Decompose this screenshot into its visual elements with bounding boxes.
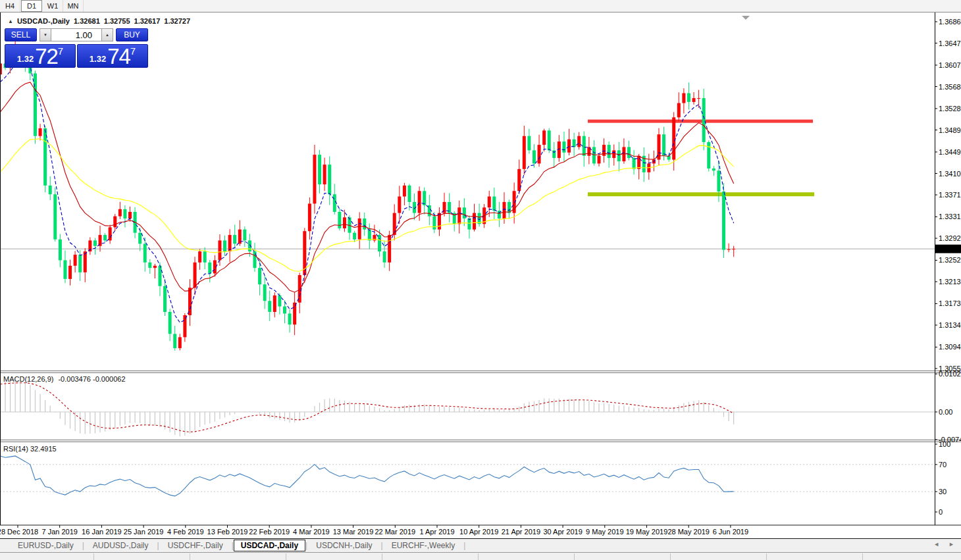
price-axis-label: 1.32520 — [939, 256, 961, 264]
date-axis-label: 9 May 2019 — [586, 528, 623, 536]
date-axis-label: 4 Mar 2019 — [293, 528, 330, 536]
volume-increase-icon[interactable]: ▲ — [101, 28, 113, 41]
one-click-trading-panel: SELL ▼ 1.00 ▲ BUY 1.32 72 7 1.32 74 7 — [5, 28, 148, 68]
tab-scroll-left-icon[interactable]: ◄ — [933, 541, 939, 547]
buy-price-box[interactable]: 1.32 74 7 — [77, 44, 148, 68]
price-axis-label: 1.36470 — [939, 39, 961, 47]
tab-scroll-buttons: ◄► — [933, 541, 954, 547]
date-axis[interactable]: 28 Dec 20187 Jan 201916 Jan 201925 Jan 2… — [0, 525, 748, 536]
price-axis-label: 1.32920 — [939, 234, 961, 242]
price-axis-label: 1.36070 — [939, 61, 961, 69]
price-axis-label: 1.30940 — [939, 343, 961, 351]
rsi-axis-label: 70 — [939, 461, 947, 469]
status-cell-separator — [190, 553, 190, 560]
mt4-window: H4D1W1MN 1.368601.364701.360701.356801.3… — [0, 0, 961, 560]
volume-stepper: ▼ 1.00 ▲ — [39, 28, 113, 41]
sell-price-big: 72 — [35, 47, 58, 66]
chart-tab-usdchf[interactable]: USDCHF-,Daily — [159, 540, 232, 551]
macd-name: MACD(12,26,9) — [3, 375, 53, 383]
price-axis-label: 1.32130 — [939, 278, 961, 286]
date-axis-label: 13 Feb 2019 — [207, 528, 248, 536]
ohlc-close: 1.32727 — [164, 17, 190, 25]
date-axis-label: 21 Apr 2019 — [502, 528, 540, 536]
macd-axis[interactable]: 0.0102290.00-0.007477 — [935, 370, 961, 444]
price-axis-label: 1.31340 — [939, 321, 961, 329]
ma-fast-line — [0, 62, 733, 322]
current-price-tag-label: 1.32727 — [937, 245, 961, 253]
macd-axis-label: 0.010229 — [939, 370, 961, 378]
date-axis-label: 22 Feb 2019 — [249, 528, 290, 536]
rsi-axis-label: 30 — [939, 488, 947, 496]
timeframe-button-w1[interactable]: W1 — [43, 0, 63, 12]
date-axis-label: 4 Feb 2019 — [167, 528, 204, 536]
chart-tab-eurchf[interactable]: EURCHF-,Weekly — [383, 540, 463, 551]
timeframe-button-h4[interactable]: H4 — [0, 0, 20, 12]
price-axis[interactable]: 1.368601.364701.360701.356801.352801.348… — [935, 18, 961, 372]
status-cell-separator — [574, 553, 575, 560]
ohlc-open: 1.32681 — [74, 17, 100, 25]
macd-axis-label: 0.00 — [939, 408, 952, 416]
rsi-name: RSI(14) 32.4915 — [3, 445, 57, 453]
sell-price-box[interactable]: 1.32 72 7 — [5, 44, 76, 68]
chart-tab-audusd[interactable]: AUDUSD-,Daily — [84, 540, 157, 551]
sell-button[interactable]: SELL — [5, 28, 37, 41]
rsi-axis-label: 0 — [939, 508, 943, 516]
timeframe-toolbar: H4D1W1MN — [0, 0, 961, 13]
status-cell-separator — [478, 553, 479, 560]
buy-price-big: 74 — [107, 47, 130, 66]
date-axis-label: 10 Apr 2019 — [459, 528, 498, 536]
macd-values: -0.003476 -0.000062 — [58, 375, 125, 383]
status-cell-separator — [766, 553, 767, 560]
status-cell-separator — [862, 553, 863, 560]
date-axis-label: 19 May 2019 — [626, 528, 668, 536]
macd-panel — [0, 382, 935, 436]
timeframe-button-d1[interactable]: D1 — [21, 0, 42, 12]
buy-price-small: 1.32 — [90, 54, 106, 64]
ohlc-high: 1.32755 — [104, 17, 130, 25]
timeframe-button-mn[interactable]: MN — [63, 0, 84, 12]
price-axis-label: 1.34490 — [939, 148, 961, 156]
chart-area: 1.368601.364701.360701.356801.352801.348… — [0, 13, 961, 538]
status-bar — [0, 552, 961, 560]
support-line[interactable] — [588, 192, 814, 196]
volume-decrease-icon[interactable]: ▼ — [39, 28, 51, 41]
price-axis-label: 1.35280 — [939, 105, 961, 113]
chart-tab-bar: EURUSD-,Daily|AUDUSD-,Daily|USDCHF-,Dail… — [0, 538, 961, 552]
tab-separator: | — [463, 541, 465, 550]
date-axis-label: 22 Mar 2019 — [375, 528, 415, 536]
main-price-panel — [0, 41, 935, 351]
ohlc-low: 1.32617 — [134, 17, 161, 25]
status-cell-separator — [670, 553, 671, 560]
status-cell-separator — [382, 553, 382, 560]
date-axis-label: 25 Jan 2019 — [124, 528, 164, 536]
price-axis-label: 1.33310 — [939, 213, 961, 220]
resistance-line[interactable] — [588, 120, 813, 123]
date-axis-label: 16 Jan 2019 — [82, 528, 122, 536]
volume-input[interactable]: 1.00 — [51, 28, 101, 41]
date-axis-label: 28 May 2019 — [667, 528, 710, 536]
date-axis-label: 28 Dec 2018 — [0, 528, 38, 536]
tab-scroll-right-icon[interactable]: ► — [948, 541, 954, 547]
date-axis-label: 30 Apr 2019 — [543, 528, 582, 536]
price-axis-label: 1.31730 — [939, 299, 961, 307]
macd-indicator-label: MACD(12,26,9) -0.003476 -0.000062 — [3, 375, 126, 383]
sell-price-sup: 7 — [58, 45, 63, 57]
chart-tab-usdcad[interactable]: USDCAD-,Daily — [234, 540, 305, 551]
buy-button[interactable]: BUY — [116, 28, 148, 41]
rsi-line — [0, 456, 733, 496]
date-axis-label: 6 Jun 2019 — [713, 528, 748, 536]
price-axis-label: 1.34890 — [939, 126, 961, 134]
rsi-axis[interactable]: 10070300 — [935, 440, 950, 516]
chart-tab-eurusd[interactable]: EURUSD-,Daily — [9, 540, 82, 551]
chart-tab-usdcnh[interactable]: USDCNH-,Daily — [307, 540, 380, 551]
price-axis-label: 1.34100 — [939, 170, 961, 178]
chart-title: ▲ USDCAD-,Daily 1.32681 1.32755 1.32617 … — [8, 17, 190, 25]
sell-price-small: 1.32 — [17, 54, 34, 64]
price-axis-label: 1.33710 — [939, 191, 961, 199]
symbol-period-label: USDCAD-,Daily — [17, 17, 70, 25]
chart-canvas[interactable]: 1.368601.364701.360701.356801.352801.348… — [0, 13, 961, 538]
collapse-triangle-icon[interactable]: ▲ — [8, 18, 13, 24]
rsi-indicator-label: RSI(14) 32.4915 — [3, 445, 57, 453]
price-axis-label: 1.35680 — [939, 83, 961, 91]
scroll-to-end-icon[interactable] — [742, 16, 750, 20]
